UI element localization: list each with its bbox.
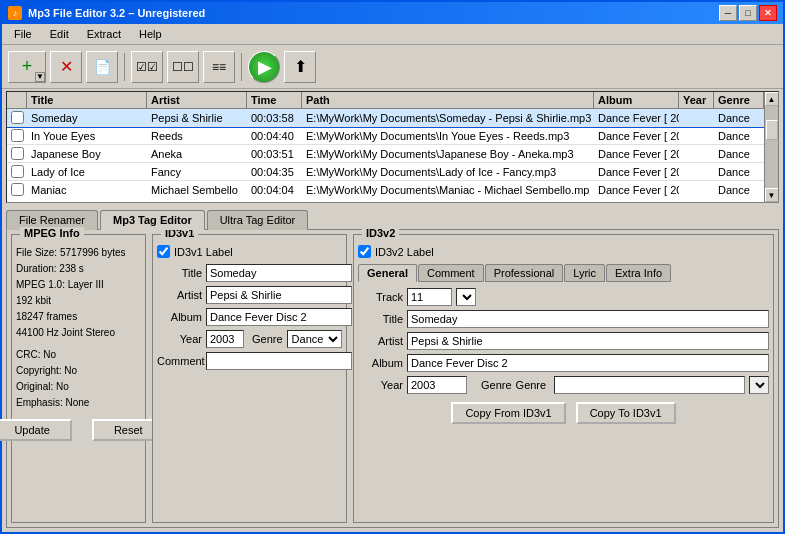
id3v2-tab-lyric[interactable]: Lyric (564, 264, 605, 282)
id3v1-genre-select[interactable]: Dance Pop Rock (287, 330, 342, 348)
id3v1-year-genre-row: Year Genre Dance Pop Rock (157, 330, 342, 348)
id3v2-track-row: Track ▼ (358, 288, 769, 306)
id3v2-artist-row: Artist (358, 332, 769, 350)
id3v1-comment-input[interactable] (206, 352, 352, 370)
title-bar: ♪ Mp3 File Editor 3.2 – Unregistered ─ □… (2, 2, 783, 24)
id3v2-track-dropdown[interactable]: ▼ (456, 288, 476, 306)
row-genre: Dance (714, 129, 764, 143)
id3v2-artist-input[interactable] (407, 332, 769, 350)
bottom-area: MPEG Info File Size: 5717996 bytes Durat… (6, 229, 779, 528)
col-header-year[interactable]: Year (679, 92, 714, 108)
table-row[interactable]: Someday Pepsi & Shirlie 00:03:58 E:\MyWo… (7, 109, 764, 127)
id3v2-year-label: Year (358, 379, 403, 391)
close-button[interactable]: ✕ (759, 5, 777, 21)
id3v2-title-input[interactable] (407, 310, 769, 328)
row-title: Japanese Boy (27, 147, 147, 161)
id3v2-title-row: Title (358, 310, 769, 328)
copy-to-id3v1-button[interactable]: Copy To ID3v1 (576, 402, 676, 424)
id3v1-album-input[interactable] (206, 308, 352, 326)
id3v2-tab-professional[interactable]: Professional (485, 264, 564, 282)
id3v1-title-label: Title (157, 267, 202, 279)
table-row[interactable]: Maniac Michael Sembello 00:04:04 E:\MyWo… (7, 181, 764, 197)
row-time: 00:04:40 (247, 129, 302, 143)
id3v2-genre-dropdown[interactable]: ▼ (749, 376, 769, 394)
menu-extract[interactable]: Extract (79, 26, 129, 42)
row-checkbox[interactable] (7, 146, 27, 161)
id3v2-album-row: Album (358, 354, 769, 372)
id3v2-tab-extra[interactable]: Extra Info (606, 264, 671, 282)
id3v2-checkbox[interactable] (358, 245, 371, 258)
id3v2-year-input[interactable] (407, 376, 467, 394)
row-genre: Dance (714, 111, 764, 125)
id3v2-copy-buttons: Copy From ID3v1 Copy To ID3v1 (358, 402, 769, 424)
id3v1-title-row: Title (157, 264, 342, 282)
col-header-album[interactable]: Album (594, 92, 679, 108)
copy-from-id3v1-button[interactable]: Copy From ID3v1 (451, 402, 565, 424)
col-header-title[interactable]: Title (27, 92, 147, 108)
row-album: Dance Fever [ 2003 (594, 147, 679, 161)
menu-edit[interactable]: Edit (42, 26, 77, 42)
id3v2-tab-comment[interactable]: Comment (418, 264, 484, 282)
mpeg-buttons: Update Reset (16, 419, 141, 441)
table-row[interactable]: In Youe Eyes Reeds 00:04:40 E:\MyWork\My… (7, 127, 764, 145)
col-header-path[interactable]: Path (302, 92, 594, 108)
id3v1-year-label: Year (157, 333, 202, 345)
row-checkbox[interactable] (7, 128, 27, 143)
col-header-artist[interactable]: Artist (147, 92, 247, 108)
col-header-check[interactable] (7, 92, 27, 108)
scroll-thumb[interactable] (766, 120, 778, 140)
id3v1-artist-row: Artist (157, 286, 342, 304)
mpeg-crc: CRC: No (16, 347, 141, 363)
mpeg-bitrate: 192 kbit (16, 293, 141, 309)
id3v1-checkbox[interactable] (157, 245, 170, 258)
col-header-time[interactable]: Time (247, 92, 302, 108)
row-checkbox[interactable] (7, 182, 27, 197)
menu-bar: File Edit Extract Help (2, 24, 783, 45)
id3v1-year-input[interactable] (206, 330, 244, 348)
scroll-up-arrow[interactable]: ▲ (765, 92, 779, 106)
mpeg-frames: 18247 frames (16, 309, 141, 325)
id3v2-genre-input[interactable] (554, 376, 745, 394)
row-checkbox[interactable] (7, 164, 27, 179)
id3v2-tab-general[interactable]: General (358, 264, 417, 282)
id3v1-artist-label: Artist (157, 289, 202, 301)
row-title: In Youe Eyes (27, 129, 147, 143)
tab-mp3-tag-editor[interactable]: Mp3 Tag Editor (100, 210, 205, 230)
check-all-button[interactable]: ☑☑ (131, 51, 163, 83)
play-button[interactable]: ▶ (248, 51, 280, 83)
file-list-body: Someday Pepsi & Shirlie 00:03:58 E:\MyWo… (7, 109, 764, 197)
tab-ultra-tag-editor[interactable]: Ultra Tag Editor (207, 210, 309, 230)
blank-button-1[interactable]: 📄 (86, 51, 118, 83)
export-button[interactable]: ⬆ (284, 51, 316, 83)
menu-file[interactable]: File (6, 26, 40, 42)
id3v1-artist-input[interactable] (206, 286, 352, 304)
id3v2-album-input[interactable] (407, 354, 769, 372)
row-year (679, 189, 714, 191)
row-title: Someday (27, 111, 147, 125)
app-icon: ♪ (8, 6, 22, 20)
menu-help[interactable]: Help (131, 26, 170, 42)
mpeg-original: Original: No (16, 379, 141, 395)
list-button[interactable]: ≡≡ (203, 51, 235, 83)
row-path: E:\MyWork\My Documents\Someday - Pepsi &… (302, 111, 594, 125)
table-row[interactable]: Japanese Boy Aneka 00:03:51 E:\MyWork\My… (7, 145, 764, 163)
uncheck-all-button[interactable]: ☐☐ (167, 51, 199, 83)
maximize-button[interactable]: □ (739, 5, 757, 21)
table-row[interactable]: Lady of Ice Fancy 00:04:35 E:\MyWork\My … (7, 163, 764, 181)
remove-button[interactable]: ✕ (50, 51, 82, 83)
row-artist: Aneka (147, 147, 247, 161)
update-button[interactable]: Update (0, 419, 72, 441)
id3v2-track-input[interactable] (407, 288, 452, 306)
add-button[interactable]: + ▼ (8, 51, 46, 83)
mpeg-copyright: Copyright: No (16, 363, 141, 379)
id3v1-title-input[interactable] (206, 264, 352, 282)
id3v2-genre-label-text: Genre (516, 379, 547, 391)
file-list-scrollbar[interactable]: ▲ ▼ (764, 92, 778, 202)
minimize-button[interactable]: ─ (719, 5, 737, 21)
row-path: E:\MyWork\My Documents\Japanese Boy - An… (302, 147, 594, 161)
row-album: Dance Fever [ 2003 (594, 129, 679, 143)
scroll-down-arrow[interactable]: ▼ (765, 188, 779, 202)
row-year (679, 135, 714, 137)
col-header-genre[interactable]: Genre (714, 92, 764, 108)
row-checkbox[interactable] (7, 110, 27, 125)
